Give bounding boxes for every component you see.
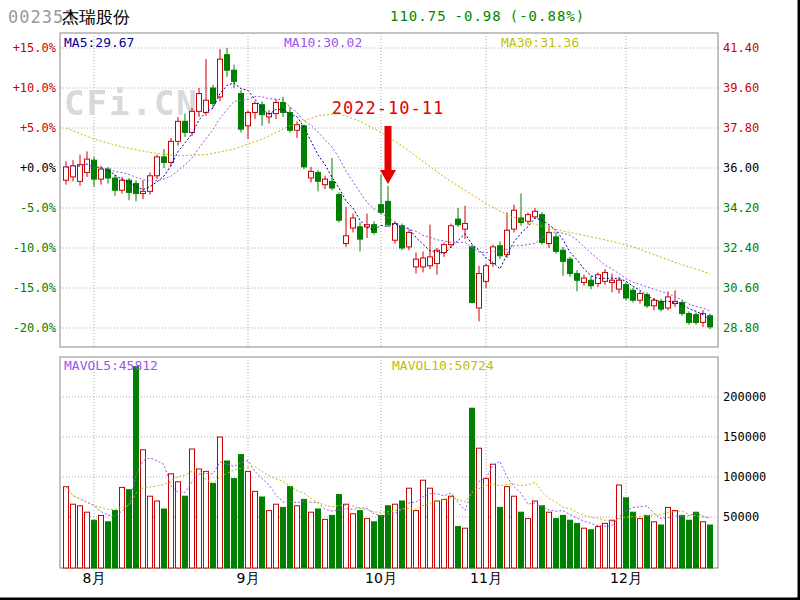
volume-bar (407, 488, 412, 568)
volume-bar (505, 487, 510, 568)
volume-bar (386, 506, 391, 568)
candle-body (708, 316, 713, 327)
volume-bar (162, 509, 167, 568)
candle-body (239, 94, 244, 130)
volume-bar (225, 461, 230, 568)
y-axis-left-label: +5.0% (20, 121, 57, 135)
candle-body (442, 245, 447, 253)
candle-body (148, 176, 153, 192)
volume-bar (134, 367, 139, 568)
y-axis-left-label: -20.0% (13, 321, 57, 335)
price-quote: 110.75-0.98(-0.88%) (390, 8, 593, 24)
volume-axis-label: 50000 (723, 510, 759, 524)
candle-body (99, 169, 104, 179)
candle-body (330, 181, 335, 188)
candle-body (386, 201, 391, 224)
candle-body (344, 236, 349, 244)
candle-body (477, 274, 482, 308)
header-bar: 002353 杰瑞股份 110.75-0.98(-0.88%) (0, 4, 800, 32)
volume-bar (428, 488, 433, 568)
candle-body (638, 294, 643, 301)
candle-body (624, 285, 629, 298)
annotation-date-text: 2022-10-11 (332, 98, 444, 118)
candle-body (274, 102, 279, 113)
volume-bar (358, 511, 363, 568)
candle-body (309, 171, 314, 178)
volume-bar (183, 496, 188, 568)
stock-name: 杰瑞股份 (62, 6, 130, 29)
volume-bar (204, 471, 209, 568)
candle-body (113, 178, 118, 190)
candle-body (435, 250, 440, 263)
volume-bar (232, 479, 237, 568)
volume-bar (435, 501, 440, 568)
candle-body (169, 141, 174, 162)
volume-bar (71, 504, 76, 568)
candle-body (512, 210, 517, 229)
volume-bar (113, 511, 118, 568)
candle-body (225, 55, 230, 71)
volume-bar (309, 512, 314, 568)
x-axis-month-label: 8月 (83, 570, 106, 586)
candle-body (351, 218, 356, 228)
candle-body (533, 211, 538, 217)
stock-chart-window: 002353 杰瑞股份 110.75-0.98(-0.88%) CFi.CN +… (0, 0, 800, 600)
volume-bar (631, 512, 636, 568)
candle-body (414, 259, 419, 267)
x-axis-month-label: 10月 (365, 570, 397, 586)
volume-bar (547, 512, 552, 568)
candle-body (582, 278, 587, 282)
volume-bar (456, 527, 461, 568)
candle-body (253, 104, 258, 113)
candle-body (526, 215, 531, 222)
candle-body (610, 280, 615, 282)
volume-bar (526, 519, 531, 568)
candle-body (505, 230, 510, 254)
volume-bar (617, 485, 622, 568)
volume-bar (414, 511, 419, 568)
watermark: CFi.CN (64, 83, 199, 123)
candle-body (687, 314, 692, 323)
volume-bar (442, 499, 447, 568)
volume-bar (512, 496, 517, 568)
volume-bar (708, 525, 713, 568)
volume-bar (477, 448, 482, 568)
volume-bar (99, 515, 104, 568)
volume-bar (253, 491, 258, 568)
volume-bar (316, 509, 321, 568)
candle-body (78, 165, 83, 182)
mavol-legend-0: MAVOL5:45812 (64, 358, 158, 373)
y-axis-right-label: 39.60 (723, 81, 759, 95)
volume-bar (701, 522, 706, 568)
volume-bar (106, 522, 111, 568)
volume-bar (470, 408, 475, 568)
candle-body (694, 315, 699, 323)
volume-bar (120, 487, 125, 568)
candle-body (554, 237, 559, 251)
candle-body (295, 125, 300, 131)
candle-body (127, 180, 132, 192)
price-change-pct: (-0.88%) (510, 8, 585, 24)
volume-bar (260, 497, 265, 568)
volume-bar (610, 520, 615, 568)
volume-bar (582, 528, 587, 568)
candle-body (463, 224, 468, 230)
volume-bar (218, 437, 223, 568)
candle-body (155, 157, 160, 176)
volume-bar (281, 507, 286, 568)
watermark-text: CFi.CN (64, 83, 199, 123)
volume-bar (330, 515, 335, 568)
volume-bar (85, 512, 90, 568)
ma-legend-0: MA5:29.67 (64, 35, 134, 50)
volume-bar (645, 515, 650, 568)
volume-bar (295, 506, 300, 568)
candle-body (120, 180, 125, 190)
volume-bar (246, 471, 251, 568)
ma-legend-2: MA30:31.36 (501, 35, 579, 50)
volume-bar (694, 512, 699, 568)
candle-body (337, 195, 342, 221)
volume-bar (596, 527, 601, 568)
candle-body (484, 266, 489, 282)
volume-bar (197, 469, 202, 568)
candle-body (141, 191, 146, 193)
